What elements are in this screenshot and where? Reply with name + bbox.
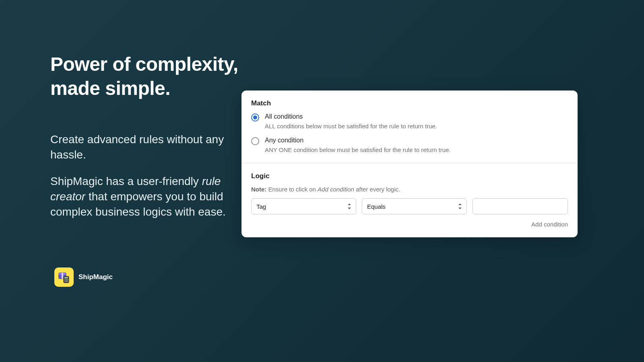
field-select[interactable]: Tag	[251, 198, 356, 214]
hero-subtitle-2: ShipMagic has a user-friendly rule creat…	[50, 174, 235, 219]
radio-indicator-icon	[251, 113, 259, 121]
hero-title-line2: made simple.	[50, 78, 170, 99]
svg-point-8	[64, 281, 65, 282]
radio-desc: ALL conditions below must be satisfied f…	[265, 123, 437, 130]
svg-point-9	[66, 281, 67, 282]
field-select-value: Tag	[256, 203, 266, 210]
match-radio-group: All conditions ALL conditions below must…	[251, 113, 568, 153]
radio-all-conditions[interactable]: All conditions ALL conditions below must…	[251, 113, 568, 130]
logic-row: Tag Equals	[251, 198, 568, 214]
logic-note: Note: Ensure to click on Add condition a…	[251, 186, 568, 193]
match-title: Match	[251, 99, 568, 107]
operator-select[interactable]: Equals	[362, 198, 467, 214]
operator-select-value: Equals	[367, 203, 386, 210]
match-section: Match All conditions ALL conditions belo…	[242, 90, 578, 163]
rule-editor-card: Match All conditions ALL conditions belo…	[242, 90, 578, 237]
add-condition-button[interactable]: Add condition	[531, 221, 568, 228]
box-calculator-icon	[58, 271, 70, 284]
hero-title: Power of complexity, made simple.	[50, 52, 238, 101]
radio-label: All conditions	[265, 113, 437, 120]
brand-badge: ShipMagic	[54, 267, 113, 287]
svg-point-7	[67, 279, 68, 280]
select-caret-icon	[347, 203, 352, 210]
select-caret-icon	[458, 203, 462, 210]
radio-label: Any condition	[265, 137, 451, 144]
value-input[interactable]	[473, 198, 568, 214]
logic-section: Logic Note: Ensure to click on Add condi…	[242, 163, 578, 237]
radio-desc: ANY ONE condition below must be satisfie…	[265, 146, 451, 153]
brand-logo-icon	[54, 267, 74, 287]
svg-rect-4	[64, 277, 68, 278]
svg-point-6	[66, 279, 67, 280]
svg-point-5	[64, 279, 65, 280]
radio-any-condition[interactable]: Any condition ANY ONE condition below mu…	[251, 137, 568, 153]
hero-subtitle-1: Create advanced rules without any hassle…	[50, 132, 227, 162]
radio-indicator-icon	[251, 137, 259, 145]
brand-name: ShipMagic	[78, 273, 113, 281]
hero-title-line1: Power of complexity,	[50, 53, 238, 75]
logic-title: Logic	[251, 172, 568, 180]
svg-rect-2	[62, 273, 63, 279]
svg-point-10	[67, 281, 68, 282]
